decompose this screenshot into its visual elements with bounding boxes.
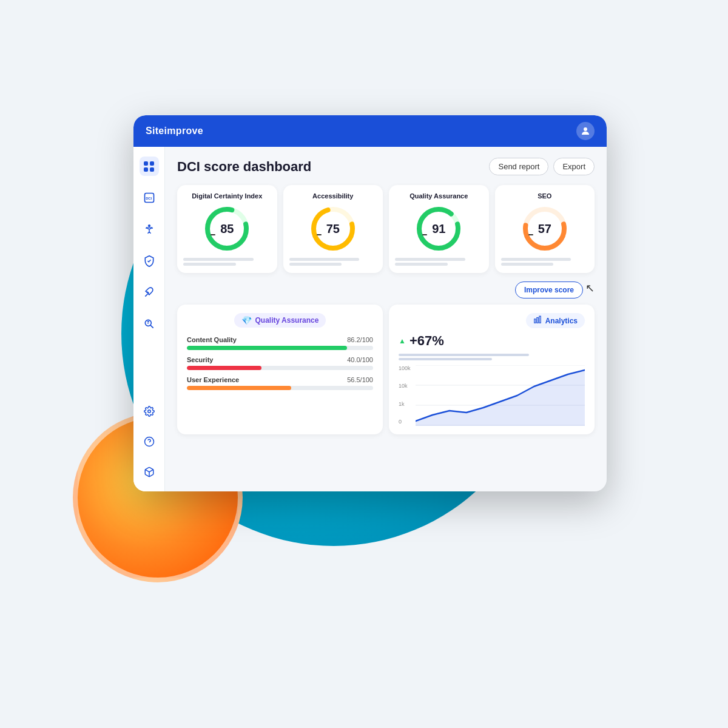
page-title: DCI score dashboard [177,159,311,175]
score-card-qa: Quality Assurance 91 [389,185,489,273]
chart-svg-wrap [416,365,585,426]
dci-gauge: 85 [203,204,251,253]
sidebar-item-settings[interactable] [140,402,159,421]
qa-score: 91 [432,222,445,236]
dci-card-title: Digital Certainty Index [192,192,262,200]
ux-score: 56.5/100 [347,376,373,383]
brand-name: Siteimprove [146,126,203,136]
svg-rect-28 [536,318,538,323]
svg-rect-9 [147,323,149,323]
qa-item-content-quality: Content Quality 86.2/100 [187,336,373,350]
sidebar-item-help[interactable] [140,432,159,451]
dci-score: 85 [220,222,234,236]
analytics-badge: Analytics [526,313,585,328]
ux-progress [187,386,373,390]
dci-bar-2 [183,263,236,266]
ux-bar [187,386,291,390]
qa-detail-card: 💎 Quality Assurance Content Quality 86.2… [177,305,383,434]
qa-item-ux: User Experience 56.5/100 [187,376,373,390]
qa-bar-1 [395,258,465,261]
qa-bar-lines [395,258,483,266]
header-actions: Send report Export [489,158,595,175]
sidebar-item-quality[interactable] [140,251,159,271]
cq-score: 86.2/100 [347,336,373,343]
y-label-100k: 100k [399,365,411,371]
main-content: DCI score dashboard Send report Export D… [165,147,607,491]
svg-point-0 [584,127,587,131]
qa-item-security: Security 40.0/100 [187,356,373,370]
cq-bar [187,346,347,350]
send-report-button[interactable]: Send report [489,158,548,175]
svg-text:DCI: DCI [146,197,152,200]
up-triangle-icon: ▲ [399,337,406,345]
chart-y-labels: 100k 10k 1k 0 [399,365,411,426]
sidebar-item-accessibility[interactable] [140,220,159,239]
improve-btn-area: Improve score ↖ [177,281,595,298]
accessibility-score: 75 [326,222,340,236]
svg-rect-8 [147,321,149,322]
svg-line-6 [145,294,147,297]
cursor-icon: ↖ [585,281,595,298]
sidebar-item-packages[interactable] [140,462,159,482]
y-label-10k: 10k [399,383,411,389]
export-button[interactable]: Export [553,158,595,175]
score-card-dci: Digital Certainty Index 85 [177,185,277,273]
y-label-1k: 1k [399,401,411,407]
svg-rect-29 [539,316,541,323]
analytics-bar-2 [399,358,492,360]
accessibility-card-title: Accessibility [312,192,353,200]
sidebar-item-seo[interactable] [140,283,159,302]
svg-rect-27 [534,319,535,323]
analytics-pct: +67% [410,333,444,349]
sidebar-item-search[interactable] [140,314,159,334]
ux-label: User Experience [187,376,239,383]
sidebar: DCI [133,147,165,491]
seo-score: 57 [538,222,551,236]
bottom-row: 💎 Quality Assurance Content Quality 86.2… [177,305,595,434]
y-label-0: 0 [399,419,411,425]
chart-area: 100k 10k 1k 0 [399,365,585,426]
qa-gauge: 91 [414,204,463,253]
svg-point-11 [147,410,150,413]
diamond-icon: 💎 [241,315,252,325]
seo-bar-2 [501,263,554,266]
dci-bar-1 [183,258,254,261]
cq-label: Content Quality [187,336,237,343]
cq-progress [187,346,373,350]
score-cards: Digital Certainty Index 85 [177,185,595,273]
seo-card-title: SEO [538,192,551,200]
security-progress [187,366,373,370]
qa-badge-label: Quality Assurance [255,316,319,325]
qa-bar-2 [395,263,448,266]
score-card-accessibility: Accessibility 75 [283,185,383,273]
qa-card-header: 💎 Quality Assurance [187,313,373,328]
svg-rect-10 [147,323,149,324]
qa-card-title: Quality Assurance [410,192,468,200]
sidebar-item-dci[interactable]: DCI [140,188,159,207]
accessibility-bar-1 [289,258,360,261]
header-row: DCI score dashboard Send report Export [177,158,595,175]
seo-bar-1 [501,258,571,261]
security-bar [187,366,261,370]
qa-badge: 💎 Quality Assurance [234,313,326,328]
user-avatar[interactable] [576,122,595,140]
score-card-seo: SEO 57 [495,185,595,273]
dci-bar-lines [183,258,271,266]
sidebar-item-dashboard[interactable] [140,157,159,176]
dashboard-container: Siteimprove DCI [133,115,607,491]
analytics-text-bars [399,354,585,360]
seo-gauge: 57 [521,204,569,253]
sidebar-bottom [140,402,159,482]
improve-score-button[interactable]: Improve score [515,281,583,298]
accessibility-bar-lines [289,258,377,266]
accessibility-gauge: 75 [309,204,357,253]
analytics-badge-label: Analytics [545,317,578,325]
analytics-detail-card: Analytics ▲ +67% 100k [389,305,595,434]
chart-icon [533,315,542,326]
analytics-card-header: Analytics [399,313,585,328]
dashboard-body: DCI [133,147,607,491]
seo-bar-lines [501,258,589,266]
security-score: 40.0/100 [347,356,373,363]
analytics-stat: ▲ +67% [399,333,585,349]
svg-point-3 [147,224,150,227]
